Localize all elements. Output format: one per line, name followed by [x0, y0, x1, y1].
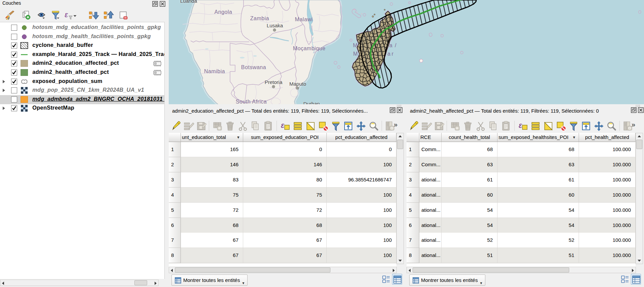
svg-text:Moçambique: Moçambique — [293, 46, 326, 51]
svg-text:Pretoria: Pretoria — [265, 79, 283, 85]
svg-text:Malawi: Malawi — [295, 17, 313, 22]
svg-text:ε: ε — [519, 121, 522, 130]
svg-text:ε: ε — [281, 121, 285, 130]
svg-text:Luanda: Luanda — [180, 0, 197, 4]
svg-text:Namibia: Namibia — [204, 68, 225, 74]
svg-text:Maputo: Maputo — [289, 81, 306, 87]
svg-text:Durban: Durban — [303, 101, 320, 104]
svg-text:ε: ε — [65, 10, 68, 19]
svg-text:Zambia: Zambia — [250, 16, 269, 21]
svg-text:South Africa: South Africa — [236, 99, 267, 104]
svg-text:Lusaka: Lusaka — [267, 23, 283, 28]
svg-text:Botswana: Botswana — [241, 64, 266, 70]
svg-text:Angola: Angola — [215, 9, 232, 15]
